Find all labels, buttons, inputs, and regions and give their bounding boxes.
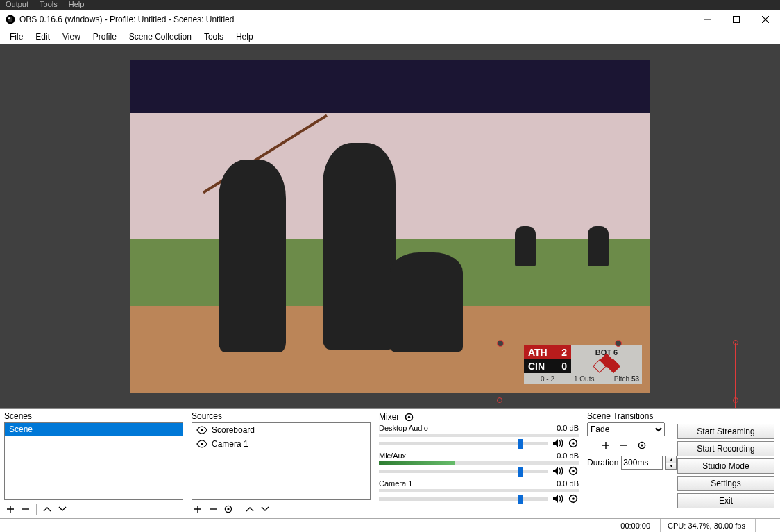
close-button[interactable] bbox=[751, 10, 780, 29]
figure-catcher bbox=[390, 252, 463, 352]
obs-logo-icon bbox=[6, 15, 15, 24]
panels: Scenes Scene Sources Scoreboard bbox=[0, 408, 780, 518]
sources-header: Sources bbox=[187, 409, 375, 422]
team1-score: 2 bbox=[561, 347, 567, 358]
mixer-panel: Mixer Desktop Audio0.0 dBMic/Aux0.0 dBCa… bbox=[375, 409, 583, 518]
mixer-channel: Desktop Audio0.0 dB bbox=[379, 424, 579, 449]
transitions-header: Scene Transitions bbox=[587, 409, 673, 422]
svg-point-20 bbox=[641, 444, 643, 446]
start-recording-button[interactable]: Start Recording bbox=[677, 441, 774, 456]
settings-button[interactable]: Settings bbox=[677, 476, 774, 491]
transition-select[interactable]: Fade bbox=[587, 422, 665, 436]
pitch-label: Pitch 53 bbox=[604, 375, 642, 383]
source-settings-button[interactable] bbox=[222, 503, 235, 515]
background-window-menu: OutputToolsHelp bbox=[0, 0, 780, 10]
menu-profile[interactable]: Profile bbox=[87, 31, 122, 43]
menu-edit[interactable]: Edit bbox=[30, 31, 56, 43]
source-item[interactable]: Scoreboard bbox=[192, 423, 370, 437]
visibility-icon[interactable] bbox=[196, 438, 207, 449]
preview-canvas[interactable]: ATH2 BOT 6 CIN0 0 - 2 1 Outs Pitch 53 bbox=[130, 60, 650, 393]
outs-label: 1 Outs bbox=[571, 375, 604, 383]
channel-db: 0.0 dB bbox=[557, 424, 579, 432]
svg-point-2 bbox=[8, 17, 10, 19]
visibility-icon[interactable] bbox=[196, 424, 207, 436]
status-cpu: CPU: 34.7%, 30.00 fps bbox=[660, 519, 752, 532]
menu-file[interactable]: File bbox=[4, 31, 28, 43]
remove-transition-button[interactable] bbox=[618, 439, 630, 452]
maximize-button[interactable] bbox=[722, 10, 751, 29]
mixer-channel: Mic/Aux0.0 dB bbox=[379, 452, 579, 477]
menu-scene-collection[interactable]: Scene Collection bbox=[124, 31, 197, 43]
gear-icon[interactable] bbox=[568, 493, 579, 504]
sources-list[interactable]: Scoreboard Camera 1 bbox=[192, 422, 371, 500]
gear-icon[interactable] bbox=[568, 438, 579, 449]
figure-batter bbox=[219, 160, 287, 352]
sources-panel: Sources Scoreboard Camera 1 bbox=[187, 409, 375, 518]
duration-label: Duration bbox=[587, 458, 618, 467]
scenes-panel: Scenes Scene bbox=[0, 409, 187, 518]
team2-abbr: CIN bbox=[528, 361, 545, 372]
channel-db: 0.0 dB bbox=[557, 452, 579, 460]
svg-point-10 bbox=[227, 508, 229, 510]
svg-point-12 bbox=[408, 415, 410, 418]
svg-rect-4 bbox=[734, 17, 740, 23]
titlebar: OBS 0.16.6 (windows) - Profile: Untitled… bbox=[0, 10, 780, 29]
svg-point-16 bbox=[572, 470, 575, 472]
gear-icon[interactable] bbox=[568, 465, 579, 477]
scoreboard-overlay[interactable]: ATH2 BOT 6 CIN0 0 - 2 1 Outs Pitch 53 bbox=[524, 345, 642, 384]
speaker-icon[interactable] bbox=[552, 493, 563, 504]
remove-scene-button[interactable] bbox=[19, 503, 32, 515]
mixer-channel: Camera 10.0 dB bbox=[379, 479, 579, 504]
control-buttons: Start Streaming Start Recording Studio M… bbox=[673, 409, 779, 518]
figure-fielder bbox=[588, 226, 609, 266]
channel-name: Desktop Audio bbox=[379, 424, 428, 432]
scenes-list[interactable]: Scene bbox=[4, 422, 183, 500]
scenes-header: Scenes bbox=[0, 409, 187, 422]
scene-down-button[interactable] bbox=[56, 503, 69, 515]
remove-source-button[interactable] bbox=[207, 503, 219, 515]
bases-diagram bbox=[571, 359, 642, 373]
status-time: 00:00:00 bbox=[613, 519, 657, 532]
preview-area[interactable]: ATH2 BOT 6 CIN0 0 - 2 1 Outs Pitch 53 bbox=[0, 44, 780, 408]
team2-score: 0 bbox=[561, 361, 567, 372]
mixer-header: Mixer bbox=[379, 412, 399, 422]
menu-view[interactable]: View bbox=[57, 31, 86, 43]
speaker-icon[interactable] bbox=[552, 438, 563, 449]
volume-slider[interactable] bbox=[379, 442, 548, 445]
level-meter bbox=[379, 461, 579, 465]
speaker-icon[interactable] bbox=[552, 465, 563, 477]
count-label: 0 - 2 bbox=[524, 375, 571, 383]
figure-fielder bbox=[515, 226, 536, 266]
menu-help[interactable]: Help bbox=[230, 31, 259, 43]
start-streaming-button[interactable]: Start Streaming bbox=[677, 424, 774, 439]
scene-item[interactable]: Scene bbox=[5, 423, 183, 436]
level-meter bbox=[379, 489, 579, 492]
svg-point-8 bbox=[201, 443, 203, 445]
source-up-button[interactable] bbox=[244, 503, 256, 515]
menubar: File Edit View Profile Scene Collection … bbox=[0, 29, 780, 44]
transitions-panel: Scene Transitions Fade Duration ▲▼ bbox=[583, 409, 673, 518]
svg-point-7 bbox=[201, 429, 203, 431]
svg-point-14 bbox=[572, 442, 575, 445]
add-scene-button[interactable] bbox=[4, 503, 17, 515]
level-meter bbox=[379, 434, 579, 437]
transition-settings-button[interactable] bbox=[636, 439, 648, 452]
statusbar: 00:00:00 CPU: 34.7%, 30.00 fps bbox=[0, 518, 780, 532]
exit-button[interactable]: Exit bbox=[677, 493, 774, 508]
duration-input[interactable] bbox=[621, 456, 663, 470]
svg-point-18 bbox=[572, 497, 575, 500]
source-item[interactable]: Camera 1 bbox=[192, 437, 370, 451]
add-transition-button[interactable] bbox=[600, 439, 612, 452]
minimize-button[interactable] bbox=[693, 10, 722, 29]
mixer-settings-icon[interactable] bbox=[403, 411, 414, 422]
scene-up-button[interactable] bbox=[41, 503, 53, 515]
volume-slider[interactable] bbox=[379, 497, 548, 501]
source-down-button[interactable] bbox=[259, 503, 271, 515]
menu-tools[interactable]: Tools bbox=[198, 31, 229, 43]
volume-slider[interactable] bbox=[379, 470, 548, 473]
team1-abbr: ATH bbox=[528, 347, 548, 358]
window-title: OBS 0.16.6 (windows) - Profile: Untitled… bbox=[19, 15, 693, 24]
add-source-button[interactable] bbox=[192, 503, 204, 515]
channel-name: Camera 1 bbox=[379, 479, 412, 488]
studio-mode-button[interactable]: Studio Mode bbox=[677, 458, 774, 474]
